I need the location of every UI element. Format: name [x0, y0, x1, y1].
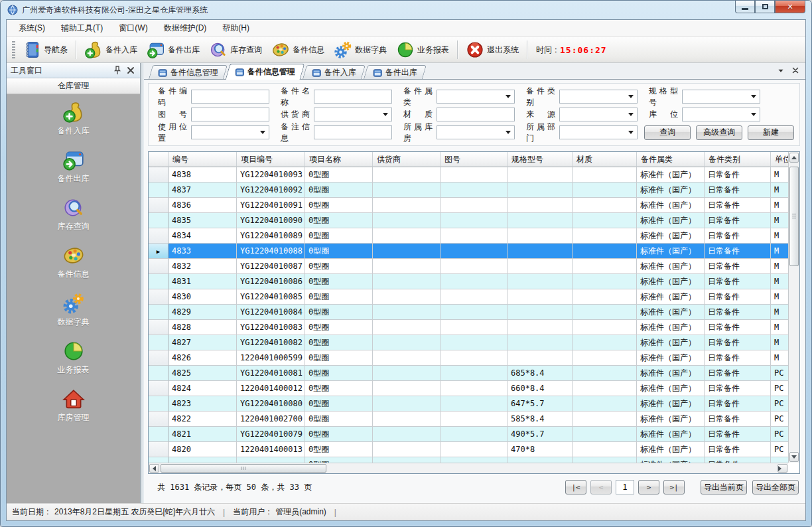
table-cell[interactable]: 日常备件 — [705, 427, 771, 442]
vertical-scroll-thumb[interactable] — [789, 167, 799, 266]
table-cell[interactable] — [508, 335, 573, 350]
table-cell[interactable]: 日常备件 — [705, 305, 771, 320]
toolbar-button-inventory-query[interactable]: 库存查询 — [204, 38, 267, 62]
menu-item-system[interactable]: 系统(S) — [11, 20, 53, 37]
table-cell[interactable] — [440, 274, 508, 289]
table-cell[interactable] — [573, 213, 637, 228]
table-cell[interactable]: 0型圈 — [305, 412, 373, 427]
row-selector-cell[interactable] — [149, 381, 169, 396]
table-cell[interactable] — [573, 396, 637, 412]
table-cell[interactable]: 4834 — [169, 228, 237, 244]
table-row[interactable]: 4831YG122040100860型圈标准件（国产）日常备件M — [149, 274, 788, 289]
prev-page-button[interactable]: < — [590, 480, 612, 494]
table-cell[interactable]: 标准件（国产） — [637, 259, 705, 274]
table-cell[interactable] — [373, 427, 440, 442]
table-cell[interactable] — [508, 289, 573, 305]
menu-item-window[interactable]: 窗口(W) — [111, 20, 155, 37]
table-cell[interactable]: 1220401000599 — [237, 350, 305, 366]
table-cell[interactable]: 标准件（国产） — [637, 366, 705, 381]
table-row[interactable]: 4838YG122040100930型圈标准件（国产）日常备件M — [149, 167, 788, 183]
table-cell[interactable]: PC — [771, 442, 788, 457]
table-cell[interactable] — [573, 183, 637, 198]
table-cell[interactable]: 1220401400013 — [237, 442, 305, 457]
table-cell[interactable]: YG12204010093 — [237, 167, 305, 183]
part-code-input[interactable] — [191, 90, 269, 104]
table-cell[interactable]: YG12204010086 — [237, 274, 305, 289]
table-cell[interactable]: M — [771, 183, 788, 198]
part-category-select[interactable] — [437, 90, 515, 104]
table-cell[interactable]: 日常备件 — [705, 228, 771, 244]
table-cell[interactable]: M — [771, 289, 788, 305]
table-cell[interactable]: 685*8.4 — [508, 366, 573, 381]
table-cell[interactable]: 日常备件 — [705, 350, 771, 366]
table-cell[interactable]: PC — [771, 366, 788, 381]
table-cell[interactable] — [508, 198, 573, 213]
table-cell[interactable] — [440, 442, 508, 457]
row-selector-cell[interactable] — [149, 305, 169, 320]
table-cell[interactable]: 0型圈 — [305, 305, 373, 320]
table-cell[interactable] — [440, 335, 508, 350]
sidebar-item-data-dictionary[interactable]: 数据字典 — [7, 292, 140, 328]
row-selector-cell[interactable] — [149, 457, 169, 463]
table-cell[interactable]: 4826 — [169, 350, 237, 366]
table-cell[interactable] — [440, 244, 508, 259]
export-current-page-button[interactable]: 导出当前页 — [701, 480, 747, 494]
table-cell[interactable]: 4824 — [169, 381, 237, 396]
table-cell[interactable]: 标准件（国产） — [637, 274, 705, 289]
row-selector-cell[interactable] — [149, 442, 169, 457]
table-cell[interactable] — [373, 289, 440, 305]
table-cell[interactable]: M — [771, 259, 788, 274]
table-cell[interactable]: 0型圈 — [305, 442, 373, 457]
table-cell[interactable] — [508, 228, 573, 244]
page-number-input[interactable] — [616, 480, 634, 494]
column-header[interactable]: 供货商 — [373, 152, 440, 167]
sidebar-item-stock-in[interactable]: 备件入库 — [7, 101, 140, 137]
column-header[interactable]: 项目编号 — [237, 152, 305, 167]
toolbar-button-business-report[interactable]: 业务报表 — [391, 38, 454, 62]
column-header[interactable]: 备件属类 — [637, 152, 705, 167]
table-cell[interactable]: 660*8.4 — [508, 381, 573, 396]
column-header[interactable]: 项目名称 — [305, 152, 373, 167]
table-cell[interactable]: 4831 — [169, 274, 237, 289]
table-cell[interactable]: 0型圈 — [305, 274, 373, 289]
table-cell[interactable]: M — [771, 320, 788, 335]
tab-stock-out[interactable]: 备件出库 — [364, 65, 427, 79]
table-cell[interactable]: 4838 — [169, 167, 237, 183]
table-cell[interactable] — [440, 350, 508, 366]
table-cell[interactable]: 4837 — [169, 183, 237, 198]
table-cell[interactable] — [508, 320, 573, 335]
table-cell[interactable]: 4829 — [169, 305, 237, 320]
table-cell[interactable] — [373, 183, 440, 198]
table-cell[interactable]: 0型圈 — [305, 427, 373, 442]
table-cell[interactable] — [373, 198, 440, 213]
table-cell[interactable] — [573, 412, 637, 427]
use-position-select[interactable] — [191, 125, 269, 139]
tab-stock-in[interactable]: 备件入库 — [303, 65, 366, 79]
table-cell[interactable]: YG12204010087 — [237, 259, 305, 274]
table-cell[interactable]: 日常备件 — [705, 320, 771, 335]
table-cell[interactable]: 标准件（国产） — [637, 427, 705, 442]
horizontal-scrollbar[interactable] — [149, 463, 788, 473]
table-cell[interactable]: 4836 — [169, 198, 237, 213]
table-cell[interactable]: 标准件（国产） — [637, 335, 705, 350]
table-cell[interactable] — [440, 289, 508, 305]
table-cell[interactable] — [573, 228, 637, 244]
table-cell[interactable] — [373, 228, 440, 244]
row-selector-cell[interactable]: ▶ — [149, 244, 169, 259]
table-row[interactable]: 4834YG122040100890型圈标准件（国产）日常备件M — [149, 228, 788, 244]
table-cell[interactable] — [573, 259, 637, 274]
table-cell[interactable]: YG12204010090 — [237, 213, 305, 228]
row-selector-cell[interactable] — [149, 274, 169, 289]
table-cell[interactable]: 标准件（国产） — [637, 167, 705, 183]
chevron-down-icon[interactable] — [776, 66, 785, 75]
table-cell[interactable]: 日常备件 — [705, 457, 771, 463]
table-cell[interactable] — [440, 198, 508, 213]
sidebar-item-warehouse-manage[interactable]: 库房管理 — [7, 388, 140, 423]
table-cell[interactable]: YG12204010089 — [237, 228, 305, 244]
table-cell[interactable] — [373, 366, 440, 381]
table-cell[interactable]: 0型圈 — [305, 320, 373, 335]
table-cell[interactable] — [237, 457, 305, 463]
scroll-down-button[interactable] — [789, 452, 799, 462]
table-cell[interactable]: 1220401400012 — [237, 381, 305, 396]
table-cell[interactable] — [573, 244, 637, 259]
